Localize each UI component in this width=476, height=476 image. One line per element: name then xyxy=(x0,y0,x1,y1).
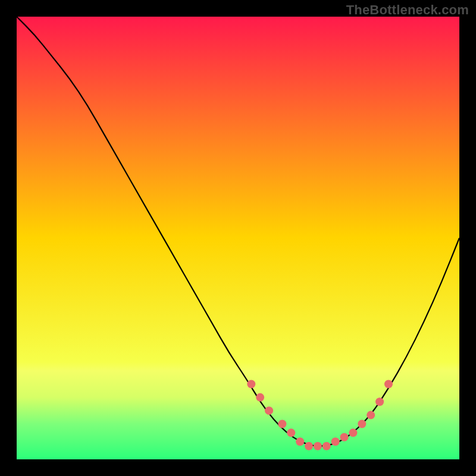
marker-point xyxy=(375,397,384,406)
marker-point xyxy=(287,428,295,437)
watermark-text: TheBottleneck.com xyxy=(346,2,469,18)
marker-point xyxy=(265,406,273,415)
marker-point xyxy=(305,442,313,450)
marker-point xyxy=(340,433,349,441)
marker-point xyxy=(256,393,264,402)
gradient-background xyxy=(17,17,459,459)
marker-point xyxy=(278,419,286,428)
marker-point xyxy=(322,442,331,450)
bottleneck-chart xyxy=(17,17,459,459)
marker-point xyxy=(384,380,393,389)
marker-point xyxy=(358,419,366,428)
marker-point xyxy=(367,411,375,419)
marker-point xyxy=(314,442,322,450)
marker-point xyxy=(247,380,255,389)
marker-point xyxy=(349,428,357,437)
marker-point xyxy=(331,437,340,446)
marker-point xyxy=(296,437,304,446)
chart-frame xyxy=(17,17,459,459)
